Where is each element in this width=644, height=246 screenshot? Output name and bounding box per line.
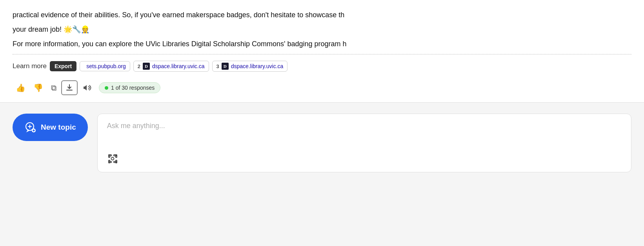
source-chip-2[interactable]: 2 D dspace.library.uvic.ca <box>133 61 209 72</box>
ask-input-box[interactable]: Ask me anything... <box>97 114 631 172</box>
responses-dot <box>105 86 108 90</box>
learn-more-label: Learn more <box>13 62 47 70</box>
main-content: practical evidence of their abilities. S… <box>0 0 644 103</box>
thumbs-down-icon: 👎 <box>33 83 43 92</box>
chip-num-2: 2 <box>138 63 140 69</box>
responses-badge[interactable]: 1 of 30 responses <box>99 82 160 93</box>
responses-text: 1 of 30 responses <box>111 85 155 91</box>
text-line-2: your dream job! 🌟🔧👷 <box>13 24 631 35</box>
speaker-button[interactable] <box>79 81 95 95</box>
learn-more-row: Learn more Export sets.pubpub.org 2 D ds… <box>13 61 631 72</box>
ask-placeholder: Ask me anything... <box>107 122 622 148</box>
source-chip-3[interactable]: 3 D dspace.library.uvic.ca <box>212 61 288 72</box>
copy-icon: ⧉ <box>51 83 56 92</box>
copy-button[interactable]: ⧉ <box>48 81 60 95</box>
divider <box>0 102 644 103</box>
camera-icon <box>107 153 118 164</box>
download-icon <box>65 83 74 92</box>
chip-domain-1: sets.pubpub.org <box>86 63 126 69</box>
text-line-1: practical evidence of their abilities. S… <box>13 9 631 21</box>
bottom-section: New topic Ask me anything... <box>0 103 644 183</box>
new-topic-button[interactable]: New topic <box>13 114 88 141</box>
chip-domain-2: dspace.library.uvic.ca <box>152 63 205 69</box>
chip-num-3: 3 <box>216 63 219 69</box>
chip-domain-3: dspace.library.uvic.ca <box>231 63 284 69</box>
thumbs-down-button[interactable]: 👎 <box>30 81 46 95</box>
d-icon-2: D <box>143 63 150 70</box>
text-line-3: For more information, you can explore th… <box>13 38 631 55</box>
new-topic-icon <box>24 121 37 134</box>
download-button[interactable] <box>61 80 78 95</box>
camera-button[interactable] <box>107 153 622 164</box>
thumbs-up-button[interactable]: 👍 <box>13 81 29 95</box>
speaker-icon <box>82 83 92 92</box>
svg-point-10 <box>111 157 114 160</box>
d-icon-3: D <box>222 63 229 70</box>
thumbs-up-icon: 👍 <box>16 83 25 92</box>
new-topic-label: New topic <box>41 123 76 132</box>
source-chip-1[interactable]: sets.pubpub.org <box>80 61 130 71</box>
actions-row: 👍 👎 ⧉ 1 of 30 responses <box>13 77 631 102</box>
export-tooltip: Export <box>50 61 76 71</box>
